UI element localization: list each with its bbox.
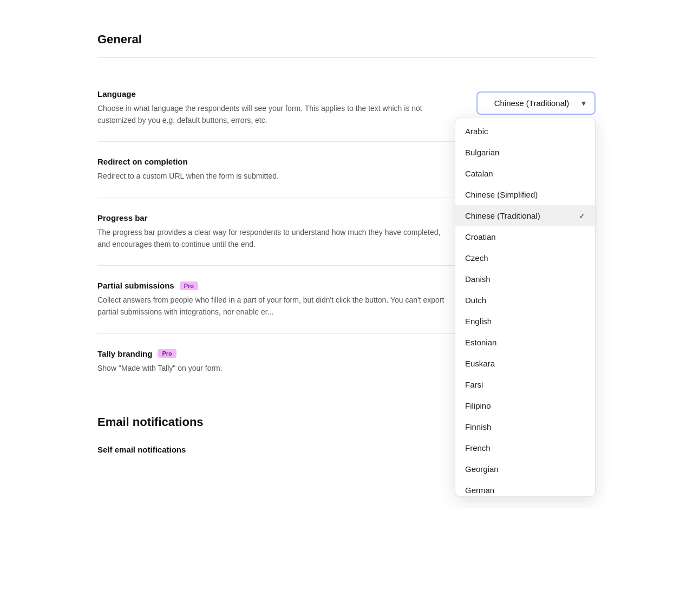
dropdown-item-label: Chinese (Simplified) xyxy=(465,190,538,199)
dropdown-item[interactable]: German xyxy=(455,480,595,496)
chevron-down-icon: ▾ xyxy=(581,98,586,108)
dropdown-item-label: Dutch xyxy=(465,296,486,305)
tally-description: Show "Made with Tally" on your form. xyxy=(97,363,455,375)
dropdown-item-label: Croatian xyxy=(465,232,496,241)
language-dropdown-list[interactable]: ArabicBulgarianCatalanChinese (Simplifie… xyxy=(455,117,595,496)
dropdown-item[interactable]: Farsi xyxy=(455,374,595,395)
dropdown-item-label: Danish xyxy=(465,274,491,284)
language-select-label: Chinese (Traditional) xyxy=(486,99,577,108)
language-description: Choose in what language the respondents … xyxy=(97,103,455,126)
partial-description: Collect answers from people who filled i… xyxy=(97,294,455,318)
general-section-title: General xyxy=(97,32,596,47)
redirect-description: Redirect to a custom URL when the form i… xyxy=(97,171,455,182)
dropdown-item[interactable]: Croatian xyxy=(455,226,595,247)
dropdown-item-label: Filipino xyxy=(465,401,491,410)
dropdown-item[interactable]: Dutch xyxy=(455,290,595,311)
dropdown-item[interactable]: Georgian xyxy=(455,458,595,480)
dropdown-item[interactable]: Euskara xyxy=(455,353,595,374)
dropdown-item-label: Bulgarian xyxy=(465,148,499,157)
language-label: Language xyxy=(97,89,455,99)
check-icon: ✓ xyxy=(579,212,585,220)
progress-label-text: Progress bar xyxy=(97,213,148,222)
dropdown-item-label: Estonian xyxy=(465,338,496,347)
dropdown-item[interactable]: Catalan xyxy=(455,163,595,184)
dropdown-item[interactable]: Estonian xyxy=(455,332,595,353)
dropdown-item-label: English xyxy=(465,317,492,326)
redirect-label: Redirect on completion xyxy=(97,157,455,166)
dropdown-item-label: Chinese (Traditional) xyxy=(465,211,540,220)
dropdown-item[interactable]: Arabic xyxy=(455,121,595,142)
dropdown-item[interactable]: Chinese (Simplified) xyxy=(455,184,595,205)
dropdown-item[interactable]: Czech xyxy=(455,247,595,268)
tally-label: Tally branding Pro xyxy=(97,349,455,358)
partial-content: Partial submissions Pro Collect answers … xyxy=(97,281,455,318)
partial-label-text: Partial submissions xyxy=(97,281,174,290)
language-label-text: Language xyxy=(97,89,136,99)
dropdown-item-label: French xyxy=(465,443,491,453)
language-row: Language Choose in what language the res… xyxy=(97,74,596,142)
dropdown-item[interactable]: English xyxy=(455,311,595,332)
dropdown-item-label: Euskara xyxy=(465,359,495,368)
dropdown-item-label: Arabic xyxy=(465,127,488,136)
redirect-label-text: Redirect on completion xyxy=(97,157,188,166)
tally-label-text: Tally branding xyxy=(97,349,152,358)
dropdown-item[interactable]: Finnish xyxy=(455,416,595,437)
partial-label: Partial submissions Pro xyxy=(97,281,455,290)
dropdown-item-label: Catalan xyxy=(465,169,493,178)
tally-content: Tally branding Pro Show "Made with Tally… xyxy=(97,349,455,375)
self-email-content: Self email notifications xyxy=(97,445,455,458)
language-dropdown[interactable]: ArabicBulgarianCatalanChinese (Simplifie… xyxy=(455,117,596,497)
dropdown-item-label: Farsi xyxy=(465,380,483,389)
dropdown-item-label: Georgian xyxy=(465,464,499,474)
language-content: Language Choose in what language the res… xyxy=(97,89,455,126)
progress-content: Progress bar The progress bar provides a… xyxy=(97,213,455,250)
self-email-label: Self email notifications xyxy=(97,445,455,454)
self-email-label-text: Self email notifications xyxy=(97,445,186,454)
language-control: Chinese (Traditional) ▾ ArabicBulgarianC… xyxy=(476,91,596,115)
tally-pro-badge: Pro xyxy=(158,349,176,358)
dropdown-item[interactable]: Bulgarian xyxy=(455,142,595,163)
language-select-button[interactable]: Chinese (Traditional) ▾ xyxy=(476,91,596,115)
dropdown-item-label: Czech xyxy=(465,253,488,263)
dropdown-item[interactable]: Chinese (Traditional)✓ xyxy=(455,205,595,226)
dropdown-item-label: Finnish xyxy=(465,422,491,431)
progress-label: Progress bar xyxy=(97,213,455,222)
dropdown-item[interactable]: French xyxy=(455,437,595,458)
redirect-content: Redirect on completion Redirect to a cus… xyxy=(97,157,455,182)
partial-pro-badge: Pro xyxy=(180,281,198,290)
dropdown-item[interactable]: Danish xyxy=(455,268,595,290)
dropdown-item[interactable]: Filipino xyxy=(455,395,595,416)
progress-description: The progress bar provides a clear way fo… xyxy=(97,227,455,250)
section-divider xyxy=(97,57,596,58)
dropdown-item-label: German xyxy=(465,486,494,495)
